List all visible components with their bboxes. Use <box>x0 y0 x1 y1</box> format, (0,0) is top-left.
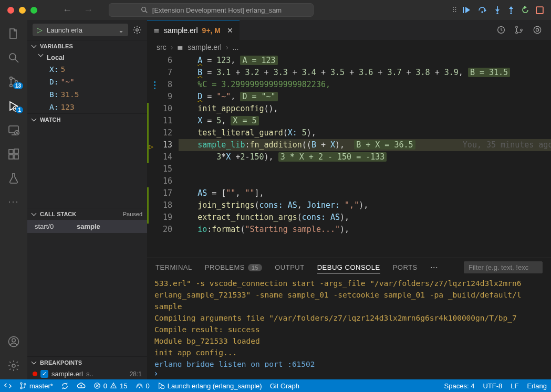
settings-gear-icon[interactable] <box>7 359 20 372</box>
svg-rect-2 <box>463 7 464 13</box>
svg-point-17 <box>10 84 13 87</box>
continue-icon[interactable] <box>462 6 472 14</box>
search-sidebar-icon[interactable] <box>7 51 20 64</box>
status-encoding[interactable]: UTF-8 <box>483 382 502 390</box>
maximize-window-icon[interactable] <box>30 7 37 14</box>
status-spaces[interactable]: Spaces: 4 <box>444 382 475 390</box>
panel-more-icon[interactable]: ··· <box>430 262 438 273</box>
variable-row[interactable]: B: 31.5 <box>27 88 147 101</box>
svg-marker-3 <box>465 7 470 13</box>
close-icon[interactable]: ✕ <box>227 26 233 35</box>
launch-config-label: Launch erla <box>47 26 82 34</box>
step-over-icon[interactable] <box>478 6 487 14</box>
editor-area: ≣ sample.erl 9+, M ✕ src › ≣ sample.erl … <box>147 20 551 379</box>
play-icon: ▷ <box>37 26 43 34</box>
editor-tabs: ≣ sample.erl 9+, M ✕ <box>147 20 551 40</box>
nav-arrows: ← → <box>63 5 93 16</box>
svg-point-5 <box>481 11 483 13</box>
svg-point-34 <box>12 364 15 367</box>
svg-point-44 <box>24 384 26 385</box>
status-git-graph[interactable]: Git Graph <box>270 382 299 390</box>
status-lang[interactable]: Erlang <box>527 382 547 390</box>
close-window-icon[interactable] <box>7 7 14 14</box>
step-into-icon[interactable] <box>494 6 501 14</box>
editor-tab[interactable]: ≣ sample.erl 9+, M ✕ <box>147 20 240 40</box>
variables-section-header[interactable]: Variables <box>27 40 147 52</box>
account-icon[interactable] <box>7 335 20 348</box>
tab-ports[interactable]: PORTS <box>393 262 418 273</box>
bottom-panel: TERMINAL PROBLEMS15 OUTPUT DEBUG CONSOLE… <box>147 258 551 379</box>
checkbox-checked-icon[interactable]: ✓ <box>40 370 48 378</box>
window-controls <box>7 7 37 14</box>
callstack-frame[interactable]: start/0 sample <box>27 220 147 233</box>
svg-line-15 <box>15 59 18 62</box>
nav-forward-icon[interactable]: → <box>84 5 93 16</box>
status-port[interactable]: 0 <box>136 382 150 390</box>
svg-point-54 <box>139 387 140 388</box>
svg-point-35 <box>136 29 139 31</box>
run-cell-icon[interactable] <box>532 25 543 35</box>
stop-icon[interactable] <box>536 6 544 14</box>
tab-terminal[interactable]: TERMINAL <box>155 262 192 273</box>
explorer-icon[interactable] <box>7 27 20 40</box>
svg-point-41 <box>536 28 538 31</box>
status-problems[interactable]: 0 15 <box>93 382 128 390</box>
console-filter-input[interactable]: Filter (e.g. text, !exc <box>464 261 543 273</box>
svg-marker-12 <box>524 6 527 9</box>
status-branch[interactable]: master* <box>19 382 53 390</box>
svg-marker-10 <box>509 6 513 9</box>
breadcrumb[interactable]: src › ≣ sample.erl › ... <box>147 40 551 55</box>
variable-row[interactable]: A: 123 <box>27 101 147 113</box>
svg-marker-46 <box>63 388 64 389</box>
code-editor[interactable]: 6789101112▷1314151617181920 A = 123, A =… <box>147 55 551 258</box>
svg-rect-29 <box>9 155 13 159</box>
svg-point-42 <box>20 383 22 384</box>
step-out-icon[interactable] <box>507 6 515 14</box>
remote-explorer-icon[interactable] <box>7 124 20 136</box>
breakpoints-section-header[interactable]: Breakpoints <box>27 357 147 368</box>
svg-point-56 <box>161 386 164 389</box>
file-icon: ≣ <box>177 43 183 51</box>
test-icon[interactable] <box>7 172 20 185</box>
timeline-icon[interactable] <box>496 25 506 35</box>
debug-sidebar-icon[interactable]: 1 <box>7 100 20 112</box>
status-bar: master* 0 15 0 Launch erlang (erlang_sam… <box>0 379 551 392</box>
extensions-icon[interactable] <box>7 148 20 161</box>
scm-badge: 13 <box>13 82 23 89</box>
status-sync-icon[interactable] <box>61 382 69 390</box>
svg-rect-31 <box>14 149 18 153</box>
config-gear-icon[interactable] <box>132 25 142 35</box>
variable-row[interactable]: D: "~" <box>27 76 147 88</box>
status-launch[interactable]: Launch erlang (erlang_sample) <box>158 382 262 390</box>
nav-back-icon[interactable]: ← <box>63 5 72 16</box>
svg-point-11 <box>510 13 512 14</box>
scope-local[interactable]: Local <box>27 52 147 63</box>
callstack-section-header[interactable]: Call StackPaused <box>27 208 147 220</box>
status-eol[interactable]: LF <box>511 382 518 390</box>
scm-icon[interactable]: 13 <box>7 76 20 88</box>
variable-row[interactable]: X: 5 <box>27 63 147 76</box>
breakpoint-dot-icon <box>33 372 37 376</box>
launch-config-dropdown[interactable]: ▷ Launch erla ⌄ <box>33 24 128 36</box>
drag-grip-icon[interactable]: ⠿ <box>452 6 456 14</box>
svg-point-33 <box>12 338 15 342</box>
titlebar: ← → [Extension Development Host] erlang_… <box>0 0 551 20</box>
tab-output[interactable]: OUTPUT <box>275 262 304 273</box>
debug-toolbar: ⠿ <box>452 6 544 14</box>
breakpoint-row[interactable]: ✓ sample.erl s.. 28:1 <box>27 368 147 379</box>
console-prompt[interactable]: › <box>147 367 551 379</box>
debug-console-output[interactable]: 533.erl" -s vscode_connection start -arg… <box>147 277 551 367</box>
command-center[interactable]: [Extension Development Host] erlang_sam <box>109 3 314 17</box>
restart-icon[interactable] <box>521 6 529 14</box>
diff-icon[interactable] <box>514 25 524 35</box>
more-icon[interactable]: ··· <box>8 196 19 207</box>
tab-problems[interactable]: PROBLEMS15 <box>205 262 263 273</box>
svg-point-43 <box>20 387 22 389</box>
status-cloud-icon[interactable] <box>77 383 86 389</box>
tab-debug-console[interactable]: DEBUG CONSOLE <box>317 262 380 273</box>
watch-section-header[interactable]: Watch <box>27 114 147 125</box>
minimize-window-icon[interactable] <box>19 7 26 14</box>
svg-point-38 <box>516 31 518 34</box>
svg-marker-48 <box>80 385 82 386</box>
status-remote[interactable] <box>4 382 12 389</box>
